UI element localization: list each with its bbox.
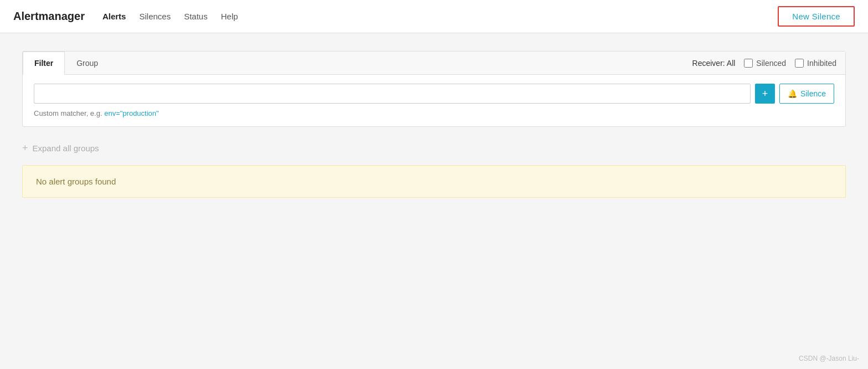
custom-matcher-example[interactable]: env="production" (104, 109, 159, 117)
navbar-left: Alertmanager Alerts Silences Status Help (13, 9, 238, 23)
navbar: Alertmanager Alerts Silences Status Help… (0, 0, 868, 33)
no-alerts-text: No alert groups found (36, 177, 116, 186)
footer-watermark: CSDN @-Jason Liu- (799, 355, 859, 362)
inhibited-checkbox-group[interactable]: Inhibited (795, 59, 836, 68)
expand-all-row[interactable]: + Expand all groups (22, 140, 846, 156)
filter-card: Filter Group Receiver: All Silenced Inhi… (22, 51, 846, 127)
filter-input-row: + 🔔 Silence (34, 84, 834, 104)
nav-item-help[interactable]: Help (221, 9, 238, 23)
silence-button-label: Silence (800, 89, 826, 98)
nav-item-alerts[interactable]: Alerts (102, 9, 126, 23)
app-brand: Alertmanager (13, 10, 85, 23)
filter-input[interactable] (34, 84, 751, 104)
inhibited-label: Inhibited (807, 59, 836, 68)
custom-matcher-hint: Custom matcher, e.g. env="production" (34, 109, 834, 117)
filter-body: + 🔔 Silence Custom matcher, e.g. env="pr… (23, 75, 845, 126)
add-filter-button[interactable]: + (755, 84, 775, 104)
expand-all-label: Expand all groups (33, 144, 99, 153)
inhibited-checkbox[interactable] (795, 59, 804, 68)
nav-item-status[interactable]: Status (184, 9, 208, 23)
navbar-nav: Alerts Silences Status Help (102, 9, 238, 23)
no-alerts-box: No alert groups found (22, 165, 846, 198)
silenced-checkbox-group[interactable]: Silenced (744, 59, 786, 68)
filter-tab-right: Receiver: All Silenced Inhibited (684, 52, 845, 74)
receiver-label: Receiver: All (692, 59, 736, 68)
silenced-checkbox[interactable] (744, 59, 753, 68)
silence-bell-icon: 🔔 (788, 89, 797, 98)
expand-all-icon: + (22, 142, 28, 154)
tab-group[interactable]: Group (65, 52, 110, 75)
silence-button[interactable]: 🔔 Silence (779, 84, 834, 104)
tab-filter[interactable]: Filter (23, 52, 65, 75)
nav-item-silences[interactable]: Silences (139, 9, 171, 23)
new-silence-button[interactable]: New Silence (778, 6, 855, 27)
silenced-label: Silenced (756, 59, 786, 68)
custom-matcher-prefix: Custom matcher, e.g. (34, 109, 102, 117)
filter-tabs: Filter Group Receiver: All Silenced Inhi… (23, 52, 845, 75)
main-content: Filter Group Receiver: All Silenced Inhi… (0, 33, 868, 216)
